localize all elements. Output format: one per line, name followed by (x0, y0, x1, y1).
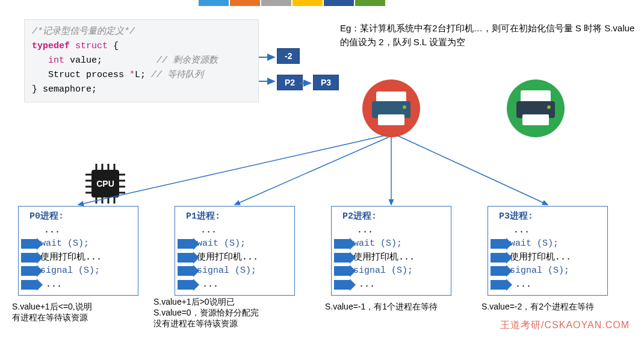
code-comment-title: /*记录型信号量的定义*/ (32, 25, 251, 39)
printer-icon-red (361, 78, 421, 138)
process-p1-box: P1进程: ... wait (S); 使用打印机... signal (S);… (175, 206, 295, 296)
arrow-icon (491, 280, 507, 290)
svg-line-34 (397, 135, 548, 205)
svg-rect-8 (522, 114, 549, 125)
svg-point-9 (547, 105, 551, 109)
proc-title: P0进程: (29, 210, 133, 224)
printer-icon-green (506, 78, 566, 138)
arrow-icon (491, 266, 507, 276)
svg-rect-3 (378, 114, 404, 125)
arrow-icon (178, 239, 194, 249)
arrow-icon (21, 266, 38, 276)
proc-title: P1进程: (186, 210, 289, 224)
note-p2: S.value=-1，有1个进程在等待 (325, 301, 438, 312)
top-color-bars (199, 0, 385, 6)
example-description: Eg：某计算机系统中有2台打印机…，则可在初始化信号量 S 时将 S.value… (340, 22, 635, 49)
svg-text:CPU: CPU (96, 179, 114, 188)
arrow-icon (21, 280, 38, 290)
semaphore-definition-code: /*记录型信号量的定义*/ typedef struct { int value… (24, 19, 259, 102)
queue-p2-box: P2 (277, 75, 303, 90)
arrow-icon (334, 266, 351, 276)
arrow-icon (334, 280, 351, 290)
note-p0: S.value+1后<=0,说明 有进程在等待该资源 (12, 301, 92, 323)
process-p0-box: P0进程: ... wait (S); 使用打印机... signal (S);… (18, 206, 138, 296)
svg-point-4 (403, 105, 406, 109)
value-box: -2 (277, 48, 300, 64)
arrow-icon (178, 253, 194, 263)
arrow-icon (334, 239, 351, 249)
process-p3-box: P3进程: ... wait (S); 使用打印机... signal (S);… (488, 206, 608, 296)
arrow-icon (491, 253, 507, 263)
arrow-icon (21, 253, 38, 263)
arrow-icon (334, 253, 351, 263)
proc-title: P3进程: (499, 210, 602, 224)
arrow-icon (178, 266, 194, 276)
process-p2-box: P2进程: ... wait (S); 使用打印机... signal (S);… (331, 206, 451, 296)
cpu-icon: CPU (84, 163, 126, 207)
svg-line-32 (235, 137, 388, 205)
watermark-text: 王道考研/CSKAOYAN.COM (500, 319, 630, 332)
queue-p3-box: P3 (313, 75, 339, 90)
arrow-icon (21, 239, 38, 249)
note-p3: S.value=-2，有2个进程在等待 (481, 301, 594, 312)
arrow-icon (491, 239, 507, 249)
note-p1: S.value+1后>0说明已 S.value=0，资源恰好分配完 没有进程在等… (153, 296, 259, 329)
proc-title: P2进程: (342, 210, 446, 224)
arrow-icon (178, 280, 194, 290)
